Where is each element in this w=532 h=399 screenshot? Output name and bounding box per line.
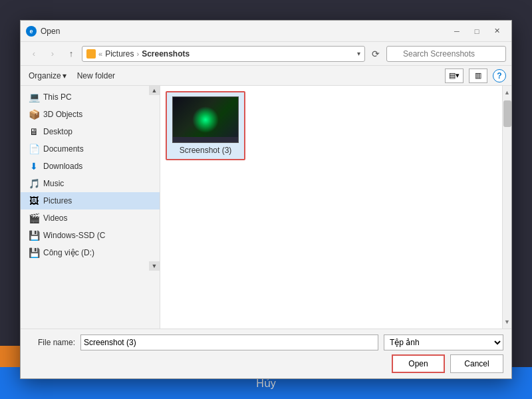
this-pc-icon: 💻 bbox=[29, 92, 39, 102]
open-button[interactable]: Open bbox=[392, 354, 445, 373]
address-bar: ‹ › ↑ « Pictures › Screenshots ▾ ⟳ 🔍 bbox=[21, 42, 511, 66]
sidebar-item-music[interactable]: 🎵 Music bbox=[21, 175, 160, 192]
documents-icon: 📄 bbox=[29, 144, 39, 154]
documents-label: Documents bbox=[43, 144, 84, 154]
organize-arrow: ▾ bbox=[63, 71, 66, 80]
sidebar-item-desktop[interactable]: 🖥 Desktop bbox=[21, 123, 160, 140]
thumbnail-content bbox=[173, 97, 238, 142]
sidebar-scroll-down[interactable]: ▼ bbox=[21, 261, 160, 271]
search-wrapper: 🔍 bbox=[386, 46, 506, 62]
back-button[interactable]: ‹ bbox=[26, 46, 42, 62]
breadcrumb-sep1: « bbox=[98, 50, 102, 58]
pictures-icon: 🖼 bbox=[29, 196, 39, 206]
sidebar-item-downloads[interactable]: ⬇ Downloads bbox=[21, 158, 160, 175]
dialog-title: Open bbox=[41, 27, 448, 36]
downloads-label: Downloads bbox=[43, 162, 82, 171]
close-button[interactable]: ✕ bbox=[487, 25, 506, 38]
sidebar-item-windows-ssd[interactable]: 💾 Windows-SSD (C bbox=[21, 227, 160, 244]
breadcrumb-pictures[interactable]: Pictures bbox=[105, 49, 134, 59]
sidebar-item-documents[interactable]: 📄 Documents bbox=[21, 140, 160, 158]
cong-viec-label: Công việc (D:) bbox=[43, 248, 94, 257]
sidebar: ▲ 💻 This PC 📦 3D Objects 🖥 Desktop 📄 Doc… bbox=[21, 86, 160, 329]
thumbnail-glow bbox=[192, 106, 219, 133]
dialog-icon: e bbox=[26, 26, 37, 37]
scroll-down-btn[interactable]: ▼ bbox=[503, 315, 511, 329]
minimize-button[interactable]: ─ bbox=[448, 25, 466, 38]
title-bar: e Open ─ □ ✕ bbox=[21, 21, 511, 42]
title-bar-controls: ─ □ ✕ bbox=[448, 25, 506, 38]
file-area: Screenshot (3) bbox=[160, 86, 502, 329]
bottom-section: File name: Tệp ảnh Open Cancel bbox=[21, 329, 511, 378]
filename-label: File name: bbox=[29, 338, 75, 347]
actions-row: Open Cancel bbox=[29, 354, 503, 373]
breadcrumb-bar: « Pictures › Screenshots ▾ bbox=[82, 46, 365, 62]
desktop-label: Desktop bbox=[43, 127, 72, 136]
scroll-up-btn[interactable]: ▲ bbox=[503, 86, 511, 99]
sidebar-item-this-pc[interactable]: 💻 This PC bbox=[21, 88, 160, 106]
3d-objects-label: 3D Objects bbox=[43, 110, 82, 119]
file-label: Screenshot (3) bbox=[180, 146, 232, 155]
breadcrumb-arrow: › bbox=[136, 50, 139, 58]
new-folder-label: New folder bbox=[77, 71, 115, 80]
music-label: Music bbox=[43, 179, 64, 188]
sidebar-item-pictures[interactable]: 🖼 Pictures bbox=[21, 192, 160, 209]
windows-ssd-icon: 💾 bbox=[29, 230, 39, 241]
breadcrumb-folder-icon bbox=[86, 49, 96, 59]
scroll-thumb[interactable] bbox=[503, 100, 511, 127]
breadcrumb-dropdown-icon[interactable]: ▾ bbox=[357, 50, 360, 57]
filename-input[interactable] bbox=[80, 334, 378, 350]
sidebar-scroll-up[interactable]: ▲ bbox=[149, 86, 160, 95]
videos-label: Videos bbox=[43, 213, 67, 223]
file-item-screenshot[interactable]: Screenshot (3) bbox=[166, 91, 245, 160]
sidebar-item-cong-viec[interactable]: 💾 Công việc (D:) bbox=[21, 244, 160, 261]
filename-row: File name: Tệp ảnh bbox=[29, 334, 503, 350]
toolbar: Organize ▾ New folder ▤▾ ▥ ? bbox=[21, 66, 511, 86]
dialog-overlay: e Open ─ □ ✕ ‹ › ↑ « Pictures › Screensh… bbox=[0, 0, 532, 399]
thumbnail-taskbar bbox=[173, 137, 238, 142]
help-button[interactable]: ? bbox=[493, 69, 506, 82]
file-thumbnail bbox=[172, 96, 239, 143]
forward-button[interactable]: › bbox=[45, 46, 61, 62]
sidebar-item-3d-objects[interactable]: 📦 3D Objects bbox=[21, 106, 160, 123]
content-area: ▲ 💻 This PC 📦 3D Objects 🖥 Desktop 📄 Doc… bbox=[21, 86, 511, 329]
up-button[interactable]: ↑ bbox=[63, 46, 79, 62]
scrollbar-right[interactable]: ▲ ▼ bbox=[502, 86, 511, 329]
scroll-track bbox=[503, 128, 511, 315]
pictures-label: Pictures bbox=[43, 196, 72, 205]
open-file-dialog: e Open ─ □ ✕ ‹ › ↑ « Pictures › Screensh… bbox=[20, 20, 512, 379]
this-pc-label: This PC bbox=[43, 92, 72, 102]
videos-icon: 🎬 bbox=[29, 213, 39, 223]
breadcrumb-screenshots[interactable]: Screenshots bbox=[142, 49, 190, 59]
layout-button[interactable]: ▥ bbox=[469, 68, 487, 83]
downloads-icon: ⬇ bbox=[29, 161, 39, 172]
music-icon: 🎵 bbox=[29, 178, 39, 189]
view-toggle-button[interactable]: ▤▾ bbox=[445, 68, 464, 83]
sidebar-item-videos[interactable]: 🎬 Videos bbox=[21, 209, 160, 227]
maximize-button[interactable]: □ bbox=[467, 25, 486, 38]
organize-button[interactable]: Organize ▾ bbox=[26, 70, 69, 82]
refresh-button[interactable]: ⟳ bbox=[368, 46, 384, 62]
cancel-button[interactable]: Cancel bbox=[450, 354, 503, 373]
desktop-icon: 🖥 bbox=[29, 126, 39, 137]
windows-ssd-label: Windows-SSD (C bbox=[43, 231, 105, 240]
filetype-select[interactable]: Tệp ảnh bbox=[384, 334, 503, 350]
organize-label: Organize bbox=[29, 71, 61, 80]
search-input[interactable] bbox=[386, 46, 506, 62]
3d-objects-icon: 📦 bbox=[29, 109, 39, 120]
new-folder-button[interactable]: New folder bbox=[74, 70, 118, 82]
cong-viec-icon: 💾 bbox=[29, 247, 39, 258]
